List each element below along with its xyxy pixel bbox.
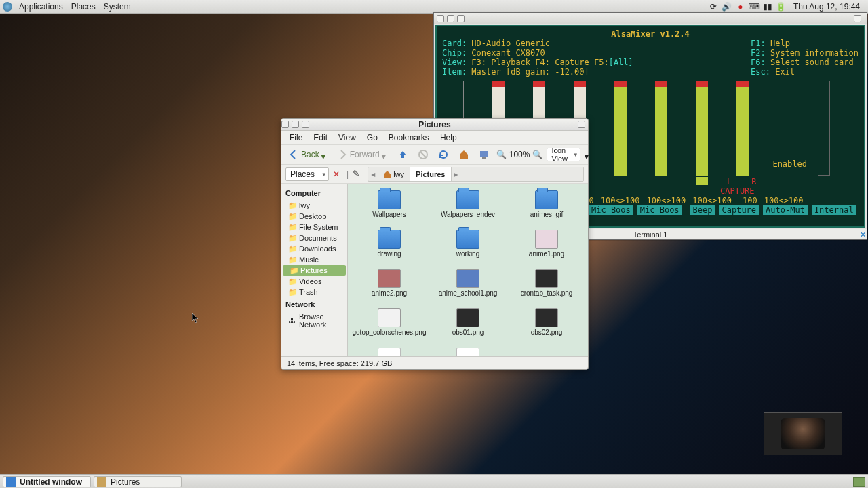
edit-path-icon[interactable]: ✎: [353, 169, 363, 180]
menu-file[interactable]: File: [284, 131, 308, 144]
menu-places[interactable]: Places: [67, 2, 100, 12]
fm-location-bar: Places ✕ | ✎ ◂ lwy Pictures ▸: [281, 165, 588, 184]
file-item[interactable]: Walpapers_endev: [429, 189, 507, 227]
menu-system[interactable]: System: [100, 2, 135, 12]
sidebar-item-label: Browse Network: [299, 312, 343, 329]
update-icon[interactable]: ⟳: [708, 1, 719, 12]
crumb-next-icon[interactable]: ▸: [452, 169, 461, 179]
file-item[interactable]: gotop_colorschenes.png: [351, 307, 428, 345]
file-label: anime1.png: [529, 250, 564, 258]
close-button-right[interactable]: [854, 15, 861, 22]
up-button[interactable]: [395, 148, 411, 161]
show-desktop-icon[interactable]: [853, 477, 865, 487]
breadcrumb: ◂ lwy Pictures ▸: [368, 167, 584, 182]
sidebar-item-label: Documents: [299, 234, 337, 242]
file-label: obs02.png: [531, 329, 563, 336]
file-label: gotop_colorschenes.png: [353, 329, 427, 336]
view-mode-select[interactable]: Icon View: [547, 148, 580, 161]
fm-icon-view[interactable]: WallpapersWalpapers_endevanimes_gifdrawi…: [348, 184, 588, 356]
volume-icon[interactable]: 🔊: [722, 1, 732, 12]
sidebar-item-label: Trash: [299, 288, 318, 296]
zoom-out-icon[interactable]: 🔍: [496, 150, 507, 159]
fm-menubar: File Edit View Go Bookmarks Help: [281, 131, 588, 144]
crumb-prev-icon[interactable]: ◂: [368, 169, 378, 179]
network-icon: 🖧: [288, 317, 296, 325]
menu-edit[interactable]: Edit: [308, 131, 333, 144]
back-button[interactable]: Back ▾: [285, 148, 330, 161]
file-item[interactable]: crontab_task.png: [508, 268, 585, 306]
menu-bookmarks[interactable]: Bookmarks: [383, 131, 435, 144]
task-untitled-window[interactable]: Untitled window: [3, 476, 91, 487]
more-icon: ⋯: [378, 348, 401, 356]
sidebar-item-desktop[interactable]: 📁Desktop: [281, 211, 347, 222]
sidebar-item-file-system[interactable]: 📁File System: [281, 222, 347, 232]
places-select[interactable]: Places: [285, 167, 329, 181]
sidebar-item-browse-network[interactable]: 🖧Browse Network: [281, 311, 347, 330]
network-icon[interactable]: ▮▮: [762, 1, 773, 12]
file-item[interactable]: ⋯...: [351, 346, 428, 356]
home-button[interactable]: [456, 148, 472, 161]
tab-close-right[interactable]: ✕: [859, 230, 867, 239]
file-item[interactable]: Wallpapers: [351, 189, 428, 227]
maximize-button[interactable]: [447, 15, 454, 22]
status-text: 14 items, Free space: 219.7 GB: [287, 359, 392, 367]
crumb-home[interactable]: lwy: [378, 167, 410, 181]
view-mode-more[interactable]: ▾: [585, 152, 589, 158]
image-thumbnail: [535, 230, 558, 249]
fm-statusbar: 14 items, Free space: 219.7 GB: [281, 356, 588, 369]
minimize-button[interactable]: [437, 15, 444, 22]
folder-icon: 📁: [288, 234, 296, 242]
close-button[interactable]: [457, 15, 465, 22]
file-label: crontab_task.png: [521, 289, 573, 297]
sidebar-item-trash[interactable]: 📁Trash: [281, 287, 347, 298]
battery-icon[interactable]: 🔋: [776, 1, 787, 12]
clock[interactable]: Thu Aug 12, 19:44: [788, 2, 865, 12]
crumb-pictures[interactable]: Pictures: [410, 167, 451, 181]
image-thumbnail: [535, 269, 558, 288]
file-label: Wallpapers: [372, 211, 406, 218]
image-thumbnail: [456, 308, 479, 327]
places-close-icon[interactable]: ✕: [333, 169, 342, 179]
reload-button[interactable]: [435, 148, 452, 161]
image-thumbnail: [378, 269, 401, 288]
zoom-in-icon[interactable]: 🔍: [532, 150, 542, 159]
sidebar-item-documents[interactable]: 📁Documents: [281, 232, 347, 243]
menu-go[interactable]: Go: [361, 131, 383, 144]
record-icon[interactable]: ●: [735, 1, 746, 12]
image-thumbnail: [456, 269, 479, 288]
terminal-titlebar[interactable]: [434, 13, 867, 24]
file-item[interactable]: animes_gif: [508, 189, 585, 227]
sidebar-item-videos[interactable]: 📁Videos: [281, 276, 347, 287]
menu-view[interactable]: View: [333, 131, 361, 144]
menu-applications[interactable]: Applications: [15, 2, 67, 12]
image-thumbnail: [378, 308, 401, 327]
file-item[interactable]: ⋯...: [429, 346, 507, 356]
folder-icon: 📁: [288, 212, 296, 220]
fm-title: Pictures: [281, 120, 588, 129]
file-item[interactable]: obs01.png: [429, 307, 507, 345]
fm-titlebar[interactable]: Pictures: [281, 119, 588, 131]
task-pictures[interactable]: Pictures: [94, 476, 182, 487]
sidebar-item-pictures[interactable]: 📁Pictures: [283, 265, 346, 276]
sidebar-item-label: Pictures: [300, 266, 328, 274]
menu-help[interactable]: Help: [435, 131, 462, 144]
sidebar-item-lwy[interactable]: 📁lwy: [281, 200, 347, 211]
file-item[interactable]: obs02.png: [508, 307, 585, 345]
enabled-label: Enabled: [772, 159, 807, 169]
file-item[interactable]: anime_school1.png: [429, 268, 507, 306]
sidebar-item-downloads[interactable]: 📁Downloads: [281, 243, 347, 254]
sidebar-item-music[interactable]: 📁Music: [281, 254, 347, 265]
folder-icon: 📁: [288, 288, 296, 296]
top-panel: Applications Places System ⟳ 🔊 ● ⌨ ▮▮ 🔋 …: [0, 0, 868, 14]
stop-button: [415, 148, 431, 161]
file-item[interactable]: anime1.png: [508, 228, 585, 266]
file-item[interactable]: drawing: [351, 228, 428, 266]
file-item[interactable]: anime2.png: [351, 268, 428, 306]
more-icon: ⋯: [456, 348, 479, 356]
forward-button[interactable]: Forward ▾: [334, 148, 391, 161]
folder-icon: 📁: [288, 256, 296, 264]
file-item[interactable]: working: [429, 228, 507, 266]
folder-icon: [378, 230, 401, 249]
computer-button[interactable]: [476, 148, 492, 161]
keyboard-icon[interactable]: ⌨: [749, 1, 760, 12]
